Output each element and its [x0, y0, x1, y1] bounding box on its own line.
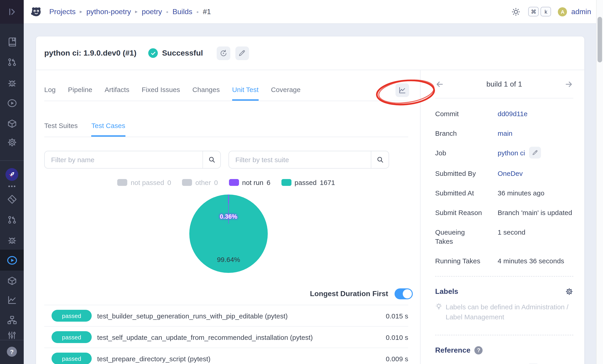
sidebar-item-issues[interactable]	[0, 75, 24, 90]
name-search-button[interactable]	[203, 151, 220, 168]
sidebar-item-project-stats[interactable]	[0, 292, 24, 308]
sidebar-item-packages[interactable]	[0, 116, 24, 131]
tab-coverage[interactable]: Coverage	[271, 70, 301, 101]
suite-search-button[interactable]	[371, 151, 389, 168]
table-row[interactable]: passed test_prepare_directory_script (py…	[44, 348, 408, 364]
sort-row: Longest Duration First	[44, 288, 413, 299]
status-badge: passed	[52, 353, 92, 364]
pencil-icon	[238, 49, 246, 57]
breadcrumb-projects[interactable]: Projects	[49, 8, 76, 16]
sidebar-item-pull-requests[interactable]	[0, 54, 24, 70]
field-label: Job	[435, 149, 498, 159]
package-icon	[7, 118, 17, 129]
test-name: test_builder_setup_generation_runs_with_…	[97, 312, 288, 320]
user-menu[interactable]: admin	[571, 8, 591, 16]
theme-toggle-button[interactable]	[511, 7, 521, 16]
build-fields: Commit dd09d11e Branch main Job python c…	[435, 99, 573, 265]
legend-not-passed[interactable]: not passed 0	[117, 178, 171, 186]
legend-swatch	[281, 179, 291, 186]
edit-job-button[interactable]	[529, 147, 541, 159]
line-chart-icon	[398, 86, 406, 94]
filter-by-name-input[interactable]	[45, 151, 203, 168]
previous-build-button[interactable]	[435, 79, 444, 88]
sidebar-item-project-settings[interactable]	[0, 328, 24, 343]
reference-heading: Reference ?	[435, 346, 483, 354]
build-status: Successful	[148, 48, 203, 58]
branch-link[interactable]: main	[498, 129, 512, 138]
sidebar-item-child-projects[interactable]	[0, 312, 24, 328]
top-right-cluster: ⌘ k A admin	[511, 7, 603, 16]
onedev-build-page: Projects ▸ python-poetry ▸ poetry • Buil…	[0, 0, 603, 364]
sidebar-expand-button[interactable]	[0, 0, 24, 23]
tab-pipeline[interactable]: Pipeline	[68, 70, 92, 101]
tab-log[interactable]: Log	[44, 70, 56, 101]
field-queueing-takes: Queueing Takes 1 second	[435, 228, 573, 246]
unit-test-column: Log Pipeline Artifacts Fixed Issues Chan…	[36, 70, 420, 364]
sidebar-item-project-issues[interactable]	[0, 232, 24, 247]
tab-changes[interactable]: Changes	[193, 70, 220, 101]
subtab-test-suites[interactable]: Test Suites	[44, 101, 78, 137]
field-submitted-at: Submitted At 36 minutes ago	[435, 189, 573, 198]
dot-separator-icon: •	[196, 8, 199, 15]
job-link[interactable]: python ci	[498, 149, 541, 159]
breadcrumb-builds[interactable]: Builds	[173, 8, 192, 16]
chevron-separator-icon: ▸	[80, 9, 82, 15]
build-header: python ci: 1.9.0.dev0 (#1) Successful	[36, 36, 584, 70]
sidebar-item-project-builds-active[interactable]	[0, 250, 24, 271]
field-value: Branch 'main' is updated	[498, 208, 572, 217]
bug-icon	[7, 77, 17, 88]
shortcut-hint[interactable]: ⌘ k	[528, 7, 551, 16]
table-row[interactable]: passed test_builder_setup_generation_run…	[44, 305, 408, 326]
test-name: test_self_update_can_update_from_recomme…	[97, 333, 313, 341]
breadcrumb-python-poetry[interactable]: python-poetry	[86, 8, 131, 16]
commit-link[interactable]: dd09d11e	[498, 109, 528, 119]
tab-unit-test[interactable]: Unit Test	[232, 70, 259, 101]
filter-by-suite-input[interactable]	[229, 151, 371, 168]
tab-fixed-issues[interactable]: Fixed Issues	[142, 70, 180, 101]
legend-label: passed	[295, 178, 317, 186]
sidebar-item-project-packages[interactable]	[0, 273, 24, 288]
build-body: Log Pipeline Artifacts Fixed Issues Chan…	[36, 70, 584, 364]
field-label: Branch	[435, 129, 498, 138]
legend-not-run[interactable]: not run 6	[229, 178, 270, 186]
sidebar-item-docs[interactable]	[0, 34, 24, 49]
sidebar-item-builds[interactable]	[0, 95, 24, 111]
tab-artifacts[interactable]: Artifacts	[105, 70, 129, 101]
build-info-panel: build 1 of 1 Commit dd09d11e Branch main	[420, 70, 584, 364]
main-content: python ci: 1.9.0.dev0 (#1) Successful	[24, 24, 603, 364]
legend-swatch	[229, 179, 239, 186]
sidebar-item-project-pull-requests[interactable]	[0, 212, 24, 227]
rerun-build-button[interactable]	[217, 46, 230, 60]
next-build-button[interactable]	[564, 79, 573, 88]
submitter-link[interactable]: OneDev	[498, 169, 523, 178]
build-title: python ci: 1.9.0.dev0 (#1)	[44, 48, 136, 58]
rerun-icon	[220, 49, 228, 57]
sidebar-item-code[interactable]	[0, 191, 24, 207]
gear-icon	[565, 287, 573, 296]
dot-separator-icon: •	[166, 8, 168, 15]
legend-passed[interactable]: passed 1671	[281, 178, 335, 186]
labels-heading: Labels	[435, 287, 458, 296]
sidebar-help-button[interactable]: ?	[0, 344, 24, 359]
labels-tip-text: Labels can be defined in Administration …	[446, 302, 573, 322]
build-pager: build 1 of 1	[435, 70, 573, 99]
user-avatar[interactable]: A	[558, 7, 567, 16]
field-label: Running Takes	[435, 256, 498, 265]
table-row[interactable]: passed test_self_update_can_update_from_…	[44, 326, 408, 348]
subtab-test-cases[interactable]: Test Cases	[92, 101, 125, 137]
field-commit: Commit dd09d11e	[435, 109, 573, 119]
longest-duration-toggle[interactable]	[394, 288, 413, 299]
legend-count: 0	[167, 178, 171, 186]
pie-chart-area: 0.36% 99.64%	[44, 195, 408, 273]
scrollbar-thumb[interactable]	[598, 17, 602, 62]
reference-help-icon[interactable]: ?	[475, 346, 483, 354]
sidebar-item-settings[interactable]	[0, 134, 24, 150]
chart-legend: not passed 0 other 0 not run 6	[44, 177, 408, 187]
field-label: Submitted By	[435, 169, 498, 178]
legend-other[interactable]: other 0	[182, 178, 218, 186]
test-statistics-button[interactable]	[395, 83, 409, 97]
top-bar: Projects ▸ python-poetry ▸ poetry • Buil…	[0, 0, 603, 24]
breadcrumb-poetry[interactable]: poetry	[142, 8, 162, 16]
labels-settings-button[interactable]	[565, 287, 573, 296]
edit-build-button[interactable]	[235, 46, 249, 60]
